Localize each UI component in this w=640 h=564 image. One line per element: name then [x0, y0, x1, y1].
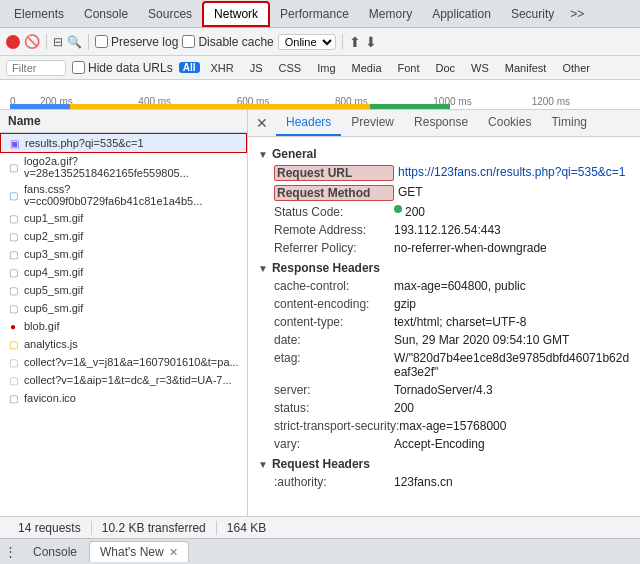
rh-content-type-key: content-type: [274, 315, 394, 329]
file-item-6[interactable]: ▢ cup4_sm.gif [0, 263, 247, 281]
rh-vary-val: Accept-Encoding [394, 437, 485, 451]
tab-elements[interactable]: Elements [4, 3, 74, 25]
disable-cache-checkbox-label[interactable]: Disable cache [182, 35, 273, 49]
file-list-panel: Name ▣ results.php?qi=535&c=1 ▢ logo2a.g… [0, 110, 248, 516]
filter-icon[interactable]: ⊟ [53, 35, 63, 49]
general-section-header[interactable]: ▼ General [258, 143, 630, 163]
tab-application[interactable]: Application [422, 3, 501, 25]
file-item-2[interactable]: ▢ fans.css?v=cc009f0b0729fa6b41c81e1a4b5… [0, 181, 247, 209]
filter-font[interactable]: Font [393, 61, 425, 75]
reqh-authority-key: :authority: [274, 475, 394, 489]
rh-vary-key: vary: [274, 437, 394, 451]
whatsnew-close-button[interactable]: ✕ [169, 546, 178, 558]
toolbar-separator-2 [88, 34, 89, 50]
reqh-authority-val: 123fans.cn [394, 475, 453, 489]
status-dot [394, 205, 402, 213]
detail-tab-headers[interactable]: Headers [276, 110, 341, 136]
filter-manifest[interactable]: Manifest [500, 61, 552, 75]
file-name-6: cup4_sm.gif [24, 266, 83, 278]
bottom-tab-whatsnew[interactable]: What's New ✕ [89, 541, 189, 562]
network-timeline: 0 200 ms 400 ms 600 ms 800 ms 1000 ms 12… [0, 80, 640, 110]
bottom-stats-bar: 14 requests 10.2 KB transferred 164 KB [0, 516, 640, 538]
rh-sts: strict-transport-security: max-age=15768… [258, 417, 630, 435]
hide-data-urls-checkbox[interactable] [72, 61, 85, 74]
file-icon-gif-3: ▢ [6, 211, 20, 225]
request-url-label: Request URL [274, 165, 394, 181]
rh-etag-val: W/"820d7b4ee1ce8d3e9785dbfd46071b62deaf3… [394, 351, 630, 379]
detail-tab-response[interactable]: Response [404, 110, 478, 136]
record-icon[interactable] [6, 35, 20, 49]
rh-server-val: TornadoServer/4.3 [394, 383, 493, 397]
rh-content-type-val: text/html; charset=UTF-8 [394, 315, 526, 329]
file-name-13: favicon.ico [24, 392, 76, 404]
detail-tab-bar: ✕ Headers Preview Response Cookies Timin… [248, 110, 640, 137]
reqh-authority: :authority: 123fans.cn [258, 473, 630, 491]
import-icon[interactable]: ⬆ [349, 34, 361, 50]
file-icon-gif-4: ▢ [6, 229, 20, 243]
search-icon[interactable]: 🔍 [67, 35, 82, 49]
throttle-select[interactable]: Online [278, 34, 336, 50]
status-code-value: 200 [405, 205, 425, 219]
filter-ws[interactable]: WS [466, 61, 494, 75]
file-item-7[interactable]: ▢ cup5_sm.gif [0, 281, 247, 299]
file-icon-img: ▢ [6, 391, 20, 405]
status-code-row: Status Code: 200 [258, 203, 630, 221]
response-headers-title: Response Headers [272, 261, 380, 275]
filter-js[interactable]: JS [245, 61, 268, 75]
tab-sources[interactable]: Sources [138, 3, 202, 25]
file-item-5[interactable]: ▢ cup3_sm.gif [0, 245, 247, 263]
detail-tab-preview[interactable]: Preview [341, 110, 404, 136]
network-toolbar: 🚫 ⊟ 🔍 Preserve log Disable cache Online … [0, 28, 640, 56]
rh-status-val: 200 [394, 401, 414, 415]
bottom-icon[interactable]: ⋮ [4, 544, 17, 559]
request-method-row: Request Method GET [258, 183, 630, 203]
clear-icon[interactable]: 🚫 [24, 34, 40, 49]
file-item-10[interactable]: ▢ analytics.js [0, 335, 247, 353]
tl-label-1200: 1200 ms [532, 96, 630, 107]
disable-cache-checkbox[interactable] [182, 35, 195, 48]
hide-data-urls-label[interactable]: Hide data URLs [72, 61, 173, 75]
request-headers-section[interactable]: ▼ Request Headers [258, 453, 630, 473]
remote-address-value: 193.112.126.54:443 [394, 223, 501, 237]
status-code-label: Status Code: [274, 205, 394, 219]
rh-status: status: 200 [258, 399, 630, 417]
file-item-1[interactable]: ▢ logo2a.gif?v=28e1352518462165fe559805.… [0, 153, 247, 181]
filter-doc[interactable]: Doc [431, 61, 461, 75]
detail-tab-timing[interactable]: Timing [541, 110, 597, 136]
file-item-13[interactable]: ▢ favicon.ico [0, 389, 247, 407]
file-icon-css: ▢ [6, 188, 20, 202]
file-name-9: blob.gif [24, 320, 59, 332]
bottom-tab-console[interactable]: Console [23, 542, 87, 562]
filter-css[interactable]: CSS [274, 61, 307, 75]
file-icon-other-11: ▢ [6, 355, 20, 369]
tab-console[interactable]: Console [74, 3, 138, 25]
file-item-4[interactable]: ▢ cup2_sm.gif [0, 227, 247, 245]
filter-img[interactable]: Img [312, 61, 340, 75]
file-item-9[interactable]: ● blob.gif [0, 317, 247, 335]
file-item-3[interactable]: ▢ cup1_sm.gif [0, 209, 247, 227]
file-item-11[interactable]: ▢ collect?v=1&_v=j81&a=1607901610&t=pa..… [0, 353, 247, 371]
filter-media[interactable]: Media [347, 61, 387, 75]
filter-other[interactable]: Other [557, 61, 595, 75]
detail-tab-cookies[interactable]: Cookies [478, 110, 541, 136]
tab-security[interactable]: Security [501, 3, 564, 25]
filter-input[interactable] [6, 60, 66, 76]
detail-close-button[interactable]: ✕ [252, 115, 272, 131]
export-icon[interactable]: ⬇ [365, 34, 377, 50]
tab-network[interactable]: Network [202, 1, 270, 27]
more-tabs-button[interactable]: >> [566, 5, 588, 23]
preserve-log-checkbox-label[interactable]: Preserve log [95, 35, 178, 49]
tab-memory[interactable]: Memory [359, 3, 422, 25]
filter-xhr[interactable]: XHR [206, 61, 239, 75]
file-name-2: fans.css?v=cc009f0b0729fa6b41c81e1a4b5..… [24, 183, 241, 207]
file-item-0[interactable]: ▣ results.php?qi=535&c=1 [0, 133, 247, 153]
preserve-log-checkbox[interactable] [95, 35, 108, 48]
rh-sts-key: strict-transport-security: [274, 419, 399, 433]
tab-performance[interactable]: Performance [270, 3, 359, 25]
resources-size: 164 KB [217, 521, 276, 535]
rh-server-key: server: [274, 383, 394, 397]
file-item-8[interactable]: ▢ cup6_sm.gif [0, 299, 247, 317]
detail-content: ▼ General Request URL https://123fans.cn… [248, 137, 640, 516]
file-item-12[interactable]: ▢ collect?v=1&aip=1&t=dc&_r=3&tid=UA-7..… [0, 371, 247, 389]
response-headers-section[interactable]: ▼ Response Headers [258, 257, 630, 277]
